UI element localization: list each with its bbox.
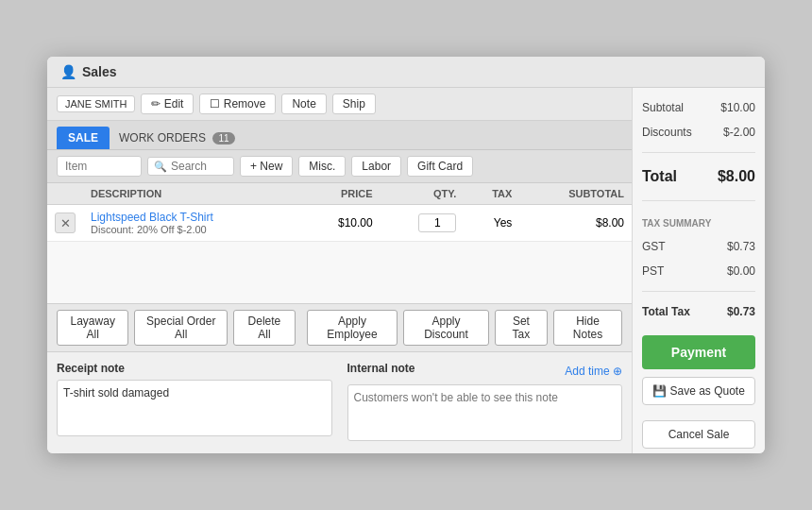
gst-row: GST $0.73	[642, 238, 755, 255]
special-order-all-button[interactable]: Special Order All	[134, 310, 228, 346]
tax-divider	[642, 200, 755, 201]
summary-divider	[642, 152, 755, 153]
total-tax-divider	[642, 291, 755, 292]
col-description: DESCRIPTION	[83, 183, 301, 205]
col-price: PRICE	[301, 183, 381, 205]
sales-icon: 👤	[60, 64, 76, 79]
customer-badge: JANE SMITH	[57, 95, 135, 112]
toolbar: 🔍 + New Misc. Labor Gift Card	[47, 150, 632, 183]
item-input[interactable]	[57, 156, 142, 177]
sales-window: 👤 Sales JANE SMITH ✏ Edit ☐ Remove Note …	[47, 57, 765, 453]
receipt-note-label: Receipt note	[57, 362, 332, 375]
title-bar: 👤 Sales	[47, 57, 765, 88]
item-subtotal: $8.00	[519, 205, 632, 242]
item-description: Lightspeed Black T-Shirt Discount: 20% O…	[83, 205, 301, 242]
internal-note-header: Internal note Add time ⊕	[347, 362, 623, 380]
gift-card-button[interactable]: Gift Card	[407, 156, 473, 177]
hide-notes-button[interactable]: Hide Notes	[553, 310, 622, 346]
items-table: DESCRIPTION PRICE QTY. TAX SUBTOTAL ✕	[47, 183, 632, 242]
pst-label: PST	[642, 264, 664, 278]
set-tax-button[interactable]: Set Tax	[495, 310, 548, 346]
total-tax-row: Total Tax $0.73	[642, 303, 755, 320]
total-row: Total $8.00	[642, 164, 755, 189]
qty-input[interactable]	[418, 213, 456, 232]
col-action	[47, 183, 83, 205]
labor-button[interactable]: Labor	[351, 156, 401, 177]
subtotal-row: Subtotal $10.00	[642, 99, 755, 116]
subtotal-value: $10.00	[720, 101, 755, 114]
search-icon: 🔍	[154, 161, 167, 173]
work-orders-badge: 11	[212, 132, 234, 144]
right-panel: Subtotal $10.00 Discounts $-2.00 Total $…	[633, 88, 765, 453]
total-tax-value: $0.73	[727, 305, 755, 318]
table-row: ✕ Lightspeed Black T-Shirt Discount: 20%…	[47, 205, 632, 242]
delete-all-button[interactable]: Delete All	[233, 310, 296, 346]
notes-section: Receipt note T-shirt sold damaged Intern…	[47, 352, 632, 453]
table-container: DESCRIPTION PRICE QTY. TAX SUBTOTAL ✕	[47, 183, 632, 303]
tab-work-orders[interactable]: WORK ORDERS 11	[110, 127, 244, 149]
new-button[interactable]: + New	[240, 156, 293, 177]
note-button[interactable]: Note	[281, 94, 326, 114]
col-qty: QTY.	[381, 183, 465, 205]
internal-note-block: Internal note Add time ⊕	[347, 362, 623, 444]
tax-summary-label: TAX SUMMARY	[642, 218, 755, 229]
gst-value: $0.73	[727, 240, 755, 253]
item-price: $10.00	[301, 205, 381, 242]
pst-row: PST $0.00	[642, 263, 755, 280]
action-bar: Layaway All Special Order All Delete All…	[47, 303, 632, 352]
pst-value: $0.00	[727, 264, 755, 278]
total-label: Total	[642, 168, 677, 185]
discounts-row: Discounts $-2.00	[642, 124, 755, 141]
apply-employee-button[interactable]: Apply Employee	[307, 310, 398, 346]
ship-button[interactable]: Ship	[332, 94, 376, 114]
layaway-all-button[interactable]: Layaway All	[57, 310, 128, 346]
total-value: $8.00	[718, 168, 755, 185]
item-discount: Discount: 20% Off $-2.00	[91, 224, 294, 235]
receipt-note-block: Receipt note T-shirt sold damaged	[57, 362, 332, 444]
main-content: JANE SMITH ✏ Edit ☐ Remove Note Ship SAL…	[47, 88, 765, 453]
tab-bar: SALE WORK ORDERS 11	[47, 121, 632, 150]
top-bar: JANE SMITH ✏ Edit ☐ Remove Note Ship	[47, 88, 632, 121]
delete-row-button[interactable]: ✕	[55, 212, 76, 233]
add-time-link[interactable]: Add time ⊕	[565, 365, 622, 378]
internal-note-label: Internal note	[347, 362, 415, 375]
subtotal-label: Subtotal	[642, 101, 684, 114]
search-box[interactable]: 🔍	[147, 157, 234, 176]
edit-button[interactable]: ✏ Edit	[141, 94, 194, 114]
search-input[interactable]	[171, 160, 228, 173]
total-tax-label: Total Tax	[642, 305, 690, 318]
item-name[interactable]: Lightspeed Black T-Shirt	[91, 211, 294, 224]
receipt-note-textarea[interactable]: T-shirt sold damaged	[57, 380, 332, 436]
remove-button[interactable]: ☐ Remove	[199, 94, 276, 114]
item-tax: Yes	[464, 205, 519, 242]
payment-button[interactable]: Payment	[642, 335, 755, 369]
cancel-sale-button[interactable]: Cancel Sale	[642, 420, 755, 449]
window-title: Sales	[82, 64, 117, 79]
left-panel: JANE SMITH ✏ Edit ☐ Remove Note Ship SAL…	[47, 88, 633, 453]
discounts-label: Discounts	[642, 126, 692, 139]
internal-note-textarea[interactable]	[347, 384, 623, 441]
gst-label: GST	[642, 240, 666, 253]
col-tax: TAX	[464, 183, 519, 205]
misc-button[interactable]: Misc.	[298, 156, 346, 177]
tab-sale[interactable]: SALE	[57, 127, 110, 149]
save-quote-button[interactable]: 💾 Save as Quote	[642, 377, 755, 405]
apply-discount-button[interactable]: Apply Discount	[403, 310, 489, 346]
col-subtotal: SUBTOTAL	[519, 183, 632, 205]
discounts-value: $-2.00	[723, 126, 755, 139]
